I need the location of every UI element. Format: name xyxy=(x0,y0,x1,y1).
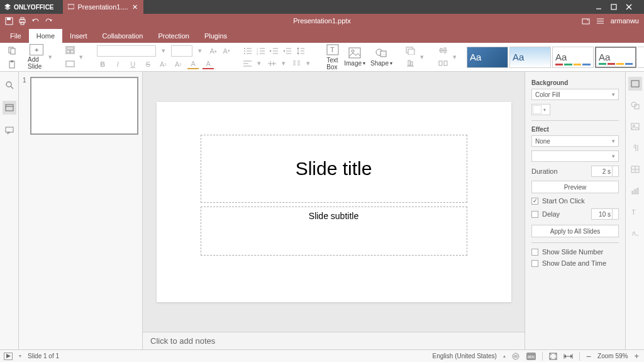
tab-collaboration[interactable]: Collaboration xyxy=(95,29,151,43)
font-color-button[interactable]: A xyxy=(203,59,214,69)
font-size-input[interactable] xyxy=(171,45,192,57)
username[interactable]: armanwu xyxy=(611,17,639,25)
tab-protection[interactable]: Protection xyxy=(150,29,197,43)
show-date-checkbox[interactable] xyxy=(531,260,538,267)
comments-button[interactable] xyxy=(3,123,16,137)
save-icon[interactable] xyxy=(5,17,13,25)
subscript-button[interactable]: A1 xyxy=(172,59,184,69)
font-family-input[interactable] xyxy=(97,45,156,57)
signature-settings-tab[interactable] xyxy=(628,227,642,240)
arrange-dropdown[interactable]: ▾ xyxy=(416,52,428,62)
subtitle-placeholder[interactable]: Slide subtitle xyxy=(201,206,467,256)
align-shape-dropdown[interactable]: ▾ xyxy=(449,52,460,62)
bold-button[interactable]: B xyxy=(97,59,108,69)
zoom-out-button[interactable]: − xyxy=(586,351,591,361)
textart-settings-tab[interactable]: T xyxy=(628,205,642,219)
layout-dropdown[interactable]: ▾ xyxy=(75,52,87,62)
start-slideshow-button[interactable] xyxy=(4,353,13,360)
shape-settings-tab[interactable] xyxy=(628,98,642,112)
find-button[interactable] xyxy=(3,78,16,92)
minimize-button[interactable] xyxy=(595,3,610,11)
align-dropdown[interactable]: ▾ xyxy=(253,59,265,69)
tab-insert[interactable]: Insert xyxy=(62,29,95,43)
document-tab[interactable]: Presentation1.... ✕ xyxy=(63,0,143,14)
theme-3[interactable]: Aa xyxy=(552,47,594,68)
increase-font-icon[interactable]: A▴ xyxy=(208,46,219,56)
chart-settings-tab[interactable] xyxy=(628,184,642,198)
close-tab-icon[interactable]: ✕ xyxy=(132,4,138,10)
menu-icon[interactable] xyxy=(596,17,604,25)
tab-plugins[interactable]: Plugins xyxy=(197,29,235,43)
delay-checkbox[interactable] xyxy=(531,211,538,218)
paragraph-settings-tab[interactable] xyxy=(628,141,642,155)
print-icon[interactable] xyxy=(18,17,26,25)
fit-width-button[interactable] xyxy=(564,353,573,360)
maximize-button[interactable] xyxy=(610,3,625,11)
slide-settings-tab[interactable] xyxy=(628,77,642,91)
slide-thumbnail[interactable] xyxy=(30,77,138,135)
title-placeholder[interactable]: Slide title xyxy=(201,135,467,203)
theme-2[interactable]: Aa xyxy=(509,47,551,68)
background-type-dropdown[interactable]: Color Fill▾ xyxy=(531,89,619,100)
language-label[interactable]: English (United States) xyxy=(433,353,497,359)
copy-icon[interactable] xyxy=(6,45,18,56)
slide[interactable]: Slide title Slide subtitle xyxy=(157,102,511,302)
image-settings-tab[interactable] xyxy=(628,120,642,133)
start-on-click-checkbox[interactable] xyxy=(531,198,538,205)
textbox-button[interactable]: T Text Box xyxy=(324,44,341,71)
italic-button[interactable]: I xyxy=(112,59,123,69)
redo-icon[interactable] xyxy=(45,17,53,25)
bullets-button[interactable] xyxy=(242,46,253,56)
theme-1[interactable]: Aa xyxy=(467,47,508,68)
spellcheck-icon[interactable] xyxy=(512,353,520,360)
columns-dropdown[interactable]: ▾ xyxy=(303,59,314,69)
shape-button[interactable]: Shape▾ xyxy=(368,47,395,67)
slide-layout-icon[interactable] xyxy=(64,45,75,56)
add-slide-button[interactable]: + Add Slide xyxy=(28,44,45,70)
open-location-icon[interactable] xyxy=(582,17,590,25)
zoom-label[interactable]: Zoom 59% xyxy=(597,353,628,359)
image-button[interactable]: Image▾ xyxy=(341,47,368,67)
columns-button[interactable] xyxy=(291,59,303,69)
numbering-button[interactable]: 123 xyxy=(255,46,267,56)
theme-4[interactable]: Aa xyxy=(595,47,636,68)
increase-indent-button[interactable] xyxy=(282,46,293,56)
apply-all-button[interactable]: Apply to All Slides xyxy=(531,225,619,237)
spell-button[interactable]: abc xyxy=(526,353,536,360)
show-slide-number-checkbox[interactable] xyxy=(531,249,538,256)
slideshow-dropdown[interactable]: ▾ xyxy=(19,353,21,359)
decrease-indent-button[interactable] xyxy=(269,46,280,56)
font-size-dropdown[interactable]: ▾ xyxy=(194,46,206,56)
preview-button[interactable]: Preview xyxy=(531,181,619,193)
paste-icon[interactable] xyxy=(6,59,18,70)
superscript-button[interactable]: A1 xyxy=(157,59,169,69)
tab-file[interactable]: File xyxy=(3,29,29,43)
shape-fill-button[interactable] xyxy=(405,46,416,56)
fit-slide-button[interactable] xyxy=(549,353,557,360)
slides-view-button[interactable] xyxy=(3,101,16,115)
close-window-button[interactable] xyxy=(625,3,640,11)
highlight-button[interactable]: A xyxy=(187,59,199,69)
theme-5[interactable] xyxy=(638,47,644,68)
slide-size-icon[interactable] xyxy=(64,59,75,70)
valign-button[interactable] xyxy=(267,59,278,69)
valign-dropdown[interactable]: ▾ xyxy=(278,59,289,69)
background-color-dropdown[interactable]: ▾ xyxy=(531,104,550,115)
align-left-button[interactable] xyxy=(242,59,253,69)
decrease-font-icon[interactable]: A▾ xyxy=(221,46,232,56)
notes-area[interactable]: Click to add notes xyxy=(143,332,525,349)
underline-button[interactable]: U xyxy=(127,59,138,69)
add-slide-dropdown[interactable]: ▾ xyxy=(47,52,54,62)
font-family-dropdown[interactable]: ▾ xyxy=(158,46,169,56)
duration-input[interactable]: 2 s xyxy=(591,166,619,177)
line-spacing-button[interactable] xyxy=(295,46,306,56)
undo-icon[interactable] xyxy=(31,17,40,25)
tab-home[interactable]: Home xyxy=(29,29,62,43)
strike-button[interactable]: S xyxy=(142,59,153,69)
zoom-in-button[interactable]: + xyxy=(634,351,639,361)
delay-input[interactable]: 10 s xyxy=(591,208,619,220)
effect-subtype-dropdown[interactable]: ▾ xyxy=(531,150,619,162)
distribute-button[interactable] xyxy=(438,59,449,69)
slide-canvas[interactable]: Slide title Slide subtitle xyxy=(143,72,525,332)
align-shape-button[interactable] xyxy=(438,46,449,56)
